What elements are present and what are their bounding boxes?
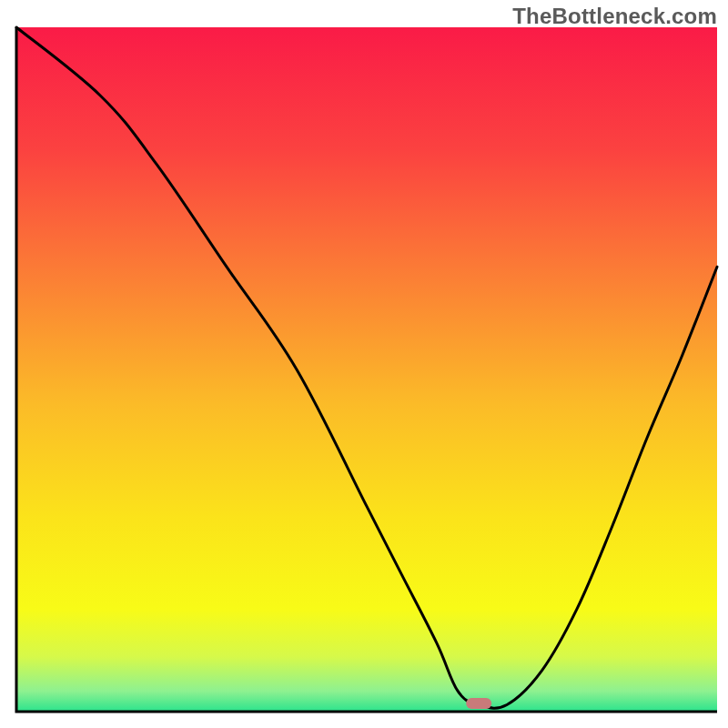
plot-background bbox=[16, 27, 717, 712]
chart-container: TheBottleneck.com bbox=[0, 0, 728, 728]
bottleneck-chart bbox=[0, 0, 728, 728]
optimal-point-marker bbox=[466, 698, 491, 709]
watermark-text: TheBottleneck.com bbox=[512, 4, 717, 29]
